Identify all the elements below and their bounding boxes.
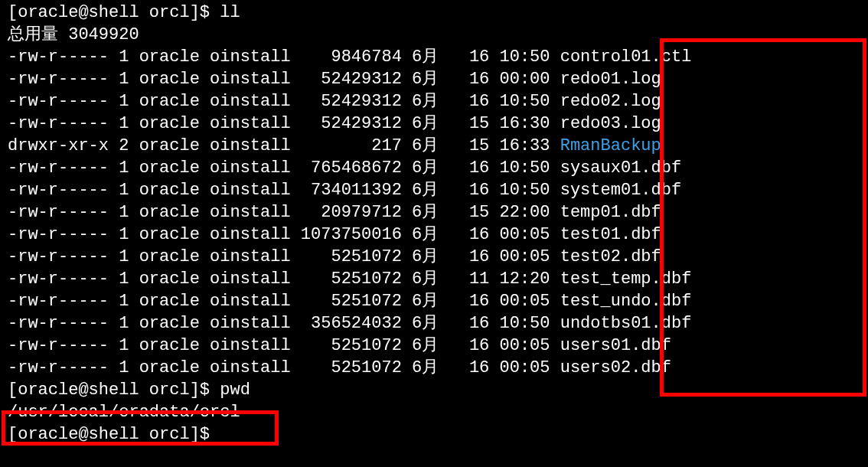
list-item: -rw-r----- 1 oracle oinstall 52429312 6月… <box>8 68 860 90</box>
file-name: redo01.log <box>560 70 661 89</box>
list-item: -rw-r----- 1 oracle oinstall 5251072 6月 … <box>8 335 860 357</box>
pwd-output: /usr/local/oradata/orcl <box>8 401 860 423</box>
list-item: -rw-r----- 1 oracle oinstall 20979712 6月… <box>8 201 860 224</box>
prompt-ll: [oracle@shell orcl]$ ll <box>8 2 860 24</box>
file-name: temp01.dbf <box>560 203 661 222</box>
file-name: sysaux01.dbf <box>560 158 681 178</box>
list-item: -rw-r----- 1 oracle oinstall 52429312 6月… <box>8 90 860 113</box>
file-listing: -rw-r----- 1 oracle oinstall 9846784 6月 … <box>8 46 860 379</box>
file-name: redo02.log <box>560 92 661 111</box>
file-name: users01.dbf <box>560 336 671 355</box>
file-name: system01.dbf <box>560 181 681 200</box>
list-item: drwxr-xr-x 2 oracle oinstall 217 6月 15 1… <box>8 135 860 157</box>
list-item: -rw-r----- 1 oracle oinstall 765468672 6… <box>8 157 860 179</box>
list-item: -rw-r----- 1 oracle oinstall 356524032 6… <box>8 312 860 335</box>
list-item: -rw-r----- 1 oracle oinstall 1073750016 … <box>8 224 860 246</box>
file-name: test02.dbf <box>560 247 661 266</box>
prompt-pwd: [oracle@shell orcl]$ pwd <box>8 379 860 401</box>
list-item: -rw-r----- 1 oracle oinstall 5251072 6月 … <box>8 246 860 268</box>
list-item: -rw-r----- 1 oracle oinstall 5251072 6月 … <box>8 268 860 290</box>
file-name: test_temp.dbf <box>560 269 692 289</box>
file-name: undotbs01.dbf <box>560 314 692 333</box>
file-name: test01.dbf <box>560 225 661 244</box>
terminal[interactable]: [oracle@shell orcl]$ ll 总用量 3049920 -rw-… <box>0 0 868 447</box>
file-name: test_undo.dbf <box>560 292 692 311</box>
file-name: redo03.log <box>560 114 661 133</box>
list-item: -rw-r----- 1 oracle oinstall 52429312 6月… <box>8 113 860 135</box>
prompt-empty: [oracle@shell orcl]$ <box>8 423 860 446</box>
list-item: -rw-r----- 1 oracle oinstall 5251072 6月 … <box>8 357 860 379</box>
file-name: users02.dbf <box>560 358 671 377</box>
list-item: -rw-r----- 1 oracle oinstall 5251072 6月 … <box>8 290 860 312</box>
total-line: 总用量 3049920 <box>8 24 860 46</box>
directory-name: RmanBackup <box>560 136 661 155</box>
list-item: -rw-r----- 1 oracle oinstall 734011392 6… <box>8 179 860 201</box>
list-item: -rw-r----- 1 oracle oinstall 9846784 6月 … <box>8 46 860 68</box>
file-name: control01.ctl <box>560 47 692 67</box>
